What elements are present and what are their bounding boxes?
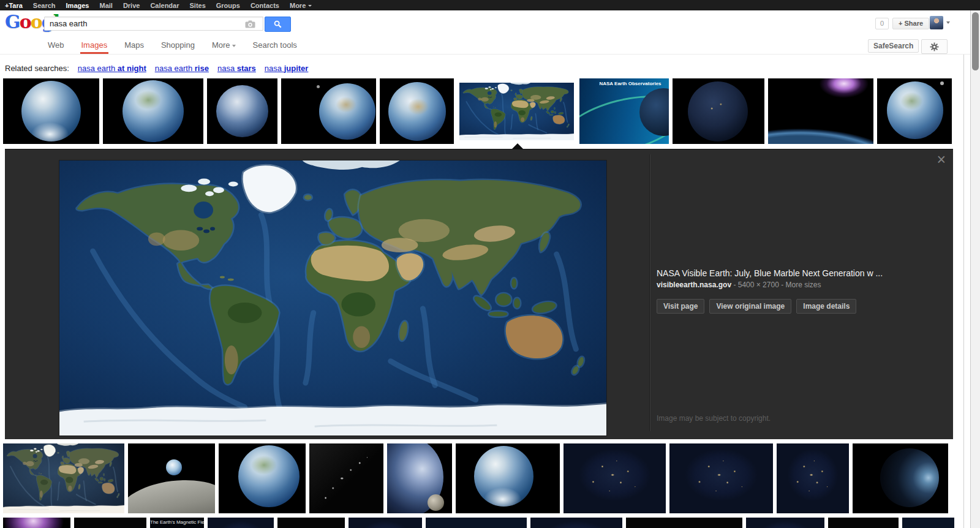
thumbnail-earthrise[interactable] [128, 443, 215, 513]
thumbnail-world-map-selected[interactable] [458, 78, 576, 144]
logo-letter: o [20, 11, 31, 32]
safesearch-dropdown[interactable]: SafeSearch [868, 39, 919, 53]
search-by-image-camera-icon[interactable] [245, 20, 255, 31]
share-button[interactable]: + Share [892, 18, 929, 29]
panel-divider [649, 154, 650, 431]
related-link-nasa-earth-rise[interactable]: nasa earth rise [155, 64, 209, 73]
tab-images[interactable]: Images [81, 38, 108, 53]
results-toolbar: Web Images Maps Shopping More Search too… [0, 37, 970, 55]
thumbnail-magnetic-field-poster[interactable]: The Earth's Magnetic Field [150, 518, 204, 528]
thumbnail-earth-horizon-sunrise[interactable] [768, 78, 873, 144]
thumbnail-earth-globe[interactable] [207, 78, 277, 144]
thumbnail-earth-globe[interactable] [456, 443, 560, 513]
topbar-item-drive[interactable]: Drive [123, 2, 140, 9]
tab-more[interactable]: More [212, 38, 236, 53]
meta-separator: - [779, 281, 786, 289]
topbar-item-plus-tara[interactable]: +Tara [5, 2, 23, 9]
image-details-button[interactable]: Image details [796, 299, 856, 314]
preview-actions: Visit page View original image Image det… [657, 299, 942, 314]
thumbnail-world-map[interactable] [3, 443, 124, 513]
search-button[interactable] [265, 17, 291, 32]
thumbnail-dark-space[interactable] [277, 518, 345, 528]
logo-letter: G [5, 11, 20, 32]
magnetic-field-caption: The Earth's Magnetic Field [150, 519, 204, 525]
preview-info: NASA Visible Earth: July, Blue Marble Ne… [657, 268, 942, 314]
topbar-item-calendar[interactable]: Calendar [150, 2, 179, 9]
preview-meta: visibleearth.nasa.gov - 5400 × 2700 - Mo… [657, 281, 942, 289]
topbar-item-contacts[interactable]: Contacts [251, 2, 279, 9]
thumbnail-earth-globe[interactable] [380, 78, 454, 144]
thumbnail-row-middle [3, 443, 948, 513]
chevron-down-icon [308, 5, 312, 7]
notifications-count-button[interactable]: 0 [875, 18, 889, 29]
image-preview-panel: NASA Visible Earth: July, Blue Marble Ne… [5, 149, 953, 439]
thumbnail-earth-globe-with-moon[interactable] [281, 78, 376, 144]
search-header: Google 0 + Share [0, 10, 970, 37]
thumbnail-earth-crescent[interactable] [853, 443, 948, 513]
topbar-item-sites[interactable]: Sites [189, 2, 205, 9]
thumbnail-earth-at-night-globe[interactable] [673, 78, 764, 144]
scrollbar-track[interactable] [970, 10, 980, 528]
thumbnail-dark-ocean[interactable] [902, 518, 954, 528]
meta-separator: - [731, 281, 738, 289]
thumbnail-night-map[interactable] [530, 518, 622, 528]
close-icon[interactable]: × [937, 152, 946, 167]
topbar-item-more[interactable]: More [290, 2, 312, 9]
topbar-item-groups[interactable]: Groups [216, 2, 240, 9]
chevron-down-icon [232, 45, 236, 47]
copyright-notice: Image may be subject to copyright. [657, 414, 771, 423]
selected-thumbnail-pointer [512, 143, 523, 149]
thumbnail-dark-ocean[interactable] [426, 518, 527, 528]
thumbnail-italy-at-night[interactable] [777, 443, 849, 513]
thumbnail-dark-space[interactable] [626, 518, 742, 528]
tab-shopping[interactable]: Shopping [161, 38, 195, 53]
tab-web[interactable]: Web [48, 38, 64, 53]
related-link-nasa-jupiter[interactable]: nasa jupiter [265, 64, 309, 73]
result-tabs: Web Images Maps Shopping More Search too… [48, 37, 297, 54]
thumbnail-earth-globe[interactable] [219, 443, 306, 513]
topbar-item-mail[interactable]: Mail [99, 2, 112, 9]
more-sizes-link[interactable]: More sizes [785, 281, 821, 289]
profile-chevron-down-icon[interactable] [946, 21, 950, 24]
thumbnail-north-america-at-night[interactable] [669, 443, 773, 513]
thumbnail-nasa-earth-observatory-poster[interactable]: NASA Earth Observatories [579, 78, 669, 144]
thumbnail-night-map[interactable] [746, 518, 824, 528]
related-link-nasa-earth-at-night[interactable]: nasa earth at night [78, 64, 146, 73]
profile-avatar[interactable] [930, 16, 943, 29]
visit-page-button[interactable]: Visit page [657, 299, 704, 314]
thumbnail-night-map[interactable] [349, 518, 422, 528]
observatory-caption: NASA Earth Observatories [594, 81, 666, 86]
thumbnail-dark-space[interactable] [828, 518, 899, 528]
related-link-nasa-stars[interactable]: nasa stars [217, 64, 256, 73]
thumbnail-sunrise-glow[interactable] [3, 518, 70, 528]
preview-image-blue-marble-map[interactable] [59, 160, 606, 436]
preview-dimensions: 5400 × 2700 [738, 281, 779, 289]
scrollbar-thumb[interactable] [972, 12, 979, 70]
preview-title-link[interactable]: NASA Visible Earth: July, Blue Marble Ne… [657, 268, 942, 278]
view-original-image-button[interactable]: View original image [709, 299, 791, 314]
thumbnail-earth-globe[interactable] [103, 78, 203, 144]
topbar-item-images[interactable]: Images [66, 2, 89, 9]
settings-gear-button[interactable] [921, 39, 948, 54]
thumbnail-earth-globe-with-moon[interactable] [877, 78, 952, 144]
google-black-bar: +Tara Search Images Mail Drive Calendar … [0, 0, 980, 10]
thumbnail-row-top: NASA Earth Observatories [3, 78, 952, 144]
thumbnail-row-bottom: The Earth's Magnetic Field [3, 518, 954, 528]
thumbnail-coastline-night-lights[interactable] [309, 443, 383, 513]
thumbnail-dark-space[interactable] [74, 518, 146, 528]
logo-letter: o [31, 11, 42, 32]
world-map-graphic [459, 83, 574, 140]
tab-search-tools[interactable]: Search tools [253, 38, 297, 53]
thumbnail-earth-crescent-with-moon[interactable] [387, 443, 452, 513]
related-searches: Related searches: nasa earth at night na… [5, 64, 308, 73]
search-input[interactable] [44, 17, 263, 31]
thumbnail-earth-globe[interactable] [3, 78, 99, 144]
thumbnail-night-map[interactable] [208, 518, 274, 528]
window-edge [963, 10, 964, 528]
tab-maps[interactable]: Maps [124, 38, 144, 53]
thumbnail-europe-at-night[interactable] [564, 443, 666, 513]
related-searches-label: Related searches: [5, 64, 69, 73]
topbar-item-search[interactable]: Search [33, 2, 56, 9]
gear-icon [930, 42, 939, 51]
world-map-graphic [59, 160, 606, 436]
